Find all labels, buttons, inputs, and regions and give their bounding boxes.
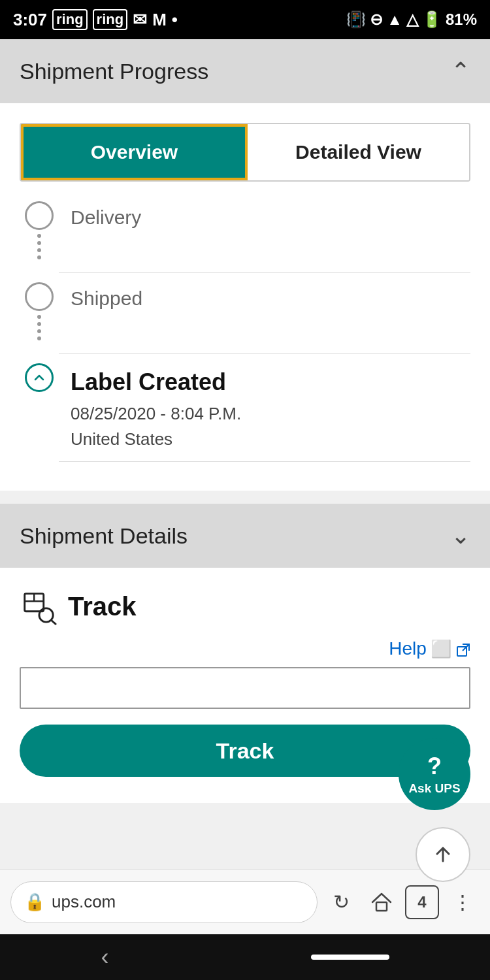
- step-shipped-dots: [37, 311, 41, 344]
- lock-icon: 🔒: [24, 892, 45, 912]
- step-label-created-circle: [25, 363, 54, 392]
- nav-pill: [311, 955, 389, 960]
- ask-ups-button[interactable]: ? Ask UPS: [399, 738, 470, 810]
- collapse-icon[interactable]: ⌃: [451, 57, 470, 85]
- shipment-details-section: Shipment Details ⌄: [0, 504, 490, 568]
- dot2: [37, 241, 41, 245]
- expand-icon[interactable]: ⌄: [451, 522, 470, 549]
- divider-1: [59, 272, 470, 273]
- signal-icon: △: [406, 10, 418, 29]
- step-label-created-datetime: 08/25/2020 - 8:04 P.M.: [71, 404, 241, 423]
- step-delivery-dots: [37, 230, 41, 263]
- tab-overview[interactable]: Overview: [21, 124, 248, 180]
- ring-icon2: ring: [93, 9, 128, 30]
- progress-steps: Delivery Shipped: [0, 195, 490, 491]
- external-link-svg: [456, 643, 470, 657]
- step-label-created-detail: 08/25/2020 - 8:04 P.M. United States: [71, 401, 470, 452]
- step-shipped-circle: [25, 282, 54, 311]
- help-label: Help: [389, 638, 427, 659]
- step-label-created-label-col: Label Created 08/25/2020 - 8:04 P.M. Uni…: [59, 363, 470, 452]
- dot4: [37, 255, 41, 259]
- tab-count-button[interactable]: 4: [405, 885, 439, 919]
- track-header: Track: [20, 587, 470, 625]
- url-bar[interactable]: 🔒 ups.com: [10, 881, 318, 923]
- step-label-created: Label Created 08/25/2020 - 8:04 P.M. Uni…: [20, 363, 470, 452]
- menu-button[interactable]: ⋮: [446, 885, 480, 919]
- track-help-row: Help ⬜: [20, 638, 470, 659]
- step-label-created-location: United States: [71, 429, 172, 449]
- step-label-created-text: Label Created: [71, 368, 226, 395]
- step-delivery-label-col: Delivery: [59, 201, 470, 229]
- step-delivery-text: Delivery: [71, 206, 141, 228]
- dot3: [37, 248, 41, 252]
- ask-ups-label: Ask UPS: [408, 781, 460, 796]
- reload-button[interactable]: ↻: [324, 885, 358, 919]
- gmail-icon: M: [152, 10, 167, 30]
- browser-bar: 🔒 ups.com ↻ 4 ⋮: [0, 869, 490, 934]
- time-display: 3:07: [13, 10, 47, 30]
- track-input[interactable]: [20, 667, 470, 709]
- step-shipped: Shipped: [20, 282, 470, 344]
- dnd-icon: ⊖: [370, 10, 383, 29]
- step-shipped-label-col: Shipped: [59, 282, 470, 310]
- shipment-progress-section: Shipment Progress ⌃ Overview Detailed Vi…: [0, 39, 490, 491]
- dot-indicator: •: [172, 10, 178, 30]
- divider-3: [59, 461, 470, 462]
- shipment-progress-header: Shipment Progress ⌃: [0, 39, 490, 103]
- divider-2: [59, 353, 470, 354]
- dot7: [37, 329, 41, 333]
- dot5: [37, 315, 41, 319]
- url-display: ups.com: [52, 892, 116, 912]
- dot6: [37, 322, 41, 326]
- view-tabs: Overview Detailed View: [20, 123, 470, 182]
- track-package-icon: [20, 587, 57, 625]
- step-delivery-icon-col: [20, 201, 59, 263]
- bottom-nav: ‹: [0, 934, 490, 980]
- dot8: [37, 336, 41, 340]
- external-link-icon: ⬜: [431, 639, 470, 659]
- dot1: [37, 234, 41, 238]
- track-title: Track: [68, 592, 137, 621]
- chevron-up-icon: [31, 370, 47, 385]
- question-icon: ?: [427, 753, 442, 780]
- scroll-top-button[interactable]: [416, 827, 470, 882]
- help-link[interactable]: Help ⬜: [389, 638, 470, 659]
- step-shipped-icon-col: [20, 282, 59, 344]
- shipment-details-title: Shipment Details: [20, 523, 188, 549]
- tab-detailed-view[interactable]: Detailed View: [248, 124, 469, 180]
- back-button[interactable]: ‹: [101, 943, 109, 971]
- step-shipped-text: Shipped: [71, 287, 142, 309]
- step-delivery: Delivery: [20, 201, 470, 263]
- wifi-icon: ▲: [387, 10, 402, 29]
- battery-percent: 81%: [446, 10, 477, 29]
- status-bar: 3:07 ring ring ✉ M • 📳 ⊖ ▲ △ 🔋 81%: [0, 0, 490, 39]
- arrow-up-icon: [431, 843, 455, 866]
- step-label-created-icon-col: [20, 363, 59, 392]
- home-button[interactable]: [365, 885, 399, 919]
- tab-count-label: 4: [417, 893, 426, 911]
- shipment-progress-title: Shipment Progress: [20, 59, 208, 84]
- mail-icon: ✉: [133, 10, 147, 30]
- svg-rect-8: [376, 902, 387, 911]
- ring-icon1: ring: [52, 9, 88, 30]
- battery-icon: 🔋: [422, 10, 442, 29]
- vibrate-icon: 📳: [346, 10, 366, 29]
- home-icon: [370, 890, 393, 914]
- step-delivery-circle: [25, 201, 54, 230]
- svg-line-4: [51, 620, 56, 624]
